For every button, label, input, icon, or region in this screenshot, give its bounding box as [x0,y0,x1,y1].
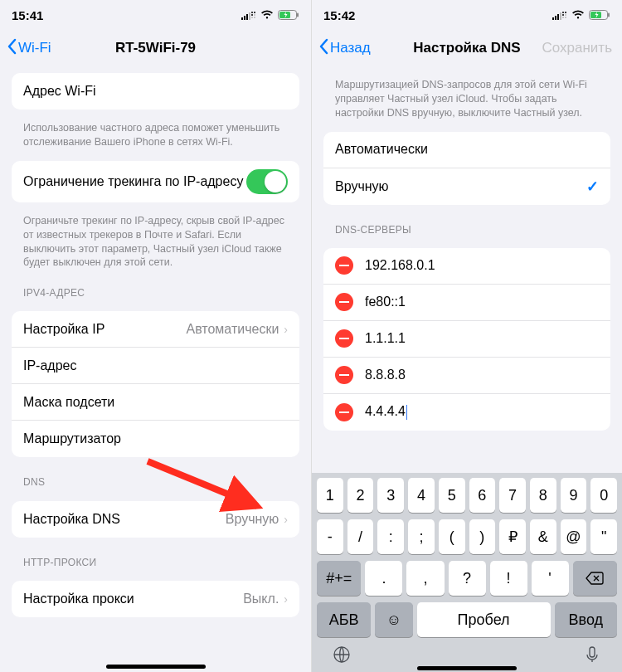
home-indicator [106,665,206,669]
battery-icon [278,10,299,20]
screenshot-left: 15:41 Wi-Fi RT-5WiFi-79 Адрес Wi-Fi Испо… [0,0,311,672]
dns-config-label: Настройка DNS [23,512,226,527]
dns-config-value: Вручную [226,512,279,527]
mode-manual-row[interactable]: Вручную ✓ [323,168,610,205]
key-([interactable]: ( [439,519,465,554]
ip-config-value: Автоматически [186,322,279,337]
svg-point-7 [254,14,255,16]
key-![interactable]: ! [490,561,527,596]
globe-icon[interactable] [331,644,352,665]
svg-point-21 [565,14,566,16]
key-@[interactable]: @ [561,519,587,554]
svg-point-9 [254,17,255,18]
key-backspace[interactable] [573,561,617,596]
key-:[interactable]: : [377,519,404,554]
svg-point-8 [251,17,253,18]
server-address[interactable]: 192.168.0.1 [365,258,599,273]
server-row[interactable]: 4.4.4.4 [323,394,610,431]
wifi-icon [571,10,585,20]
server-address[interactable]: fe80::1 [365,295,599,309]
ip-address-row[interactable]: IP-адрес [12,348,299,384]
key-2[interactable]: 2 [347,478,374,513]
key-0[interactable]: 0 [590,478,617,513]
key-?[interactable]: ? [449,561,486,596]
delete-button[interactable] [335,403,353,421]
chevron-right-icon: › [284,323,288,336]
key-6[interactable]: 6 [469,478,496,513]
key-9[interactable]: 9 [561,478,587,513]
ip-config-label: Настройка IP [23,322,186,337]
svg-point-23 [565,17,566,18]
key-;[interactable]: ; [408,519,435,554]
subnet-row[interactable]: Маска подсети [12,384,299,421]
svg-point-18 [562,12,564,13]
key-,[interactable]: , [406,561,444,596]
server-row[interactable]: fe80::1 [323,285,610,321]
emoji-icon: ☺ [386,611,401,629]
key-.[interactable]: . [365,561,402,596]
key-emoji[interactable]: ☺ [375,602,412,637]
proxy-header: HTTP-ПРОКСИ [0,544,311,574]
proxy-config-label: Настройка прокси [23,592,243,606]
tracking-toggle[interactable] [246,169,288,194]
dns-header: DNS [0,464,311,494]
wifi-address-label: Адрес Wi-Fi [23,84,288,99]
server-row[interactable]: 192.168.0.1 [323,248,610,285]
mic-icon[interactable] [581,644,603,665]
backspace-icon [586,572,604,585]
key-3[interactable]: 3 [377,478,404,513]
key-₽[interactable]: ₽ [499,519,526,554]
content-scroll[interactable]: Маршрутизацией DNS-запросов для этой сет… [312,66,622,456]
router-row[interactable]: Маршрутизатор [12,421,299,457]
back-button[interactable]: Wi-Fi [7,38,51,59]
tracking-label: Ограничение трекинга по IP-адресу [23,173,246,190]
proxy-config-row[interactable]: Настройка прокси Выкл. › [12,581,299,617]
router-label: Маршрутизатор [23,431,288,446]
delete-button[interactable] [335,293,353,311]
home-indicator [417,666,517,670]
delete-button[interactable] [335,256,353,275]
key-1[interactable]: 1 [317,478,343,513]
mode-auto-label: Автоматически [335,142,599,157]
save-button[interactable]: Сохранить [542,40,612,56]
server-row[interactable]: 8.8.8.8 [323,358,610,394]
key-7[interactable]: 7 [499,478,526,513]
svg-rect-14 [552,17,554,20]
server-address[interactable]: 8.8.8.8 [365,368,599,382]
svg-rect-16 [557,14,559,20]
key-&[interactable]: & [530,519,556,554]
svg-rect-2 [246,14,248,20]
svg-rect-12 [297,13,299,17]
key-space[interactable]: Пробел [417,602,551,637]
dns-config-row[interactable]: Настройка DNS Вручную › [12,501,299,538]
status-bar: 15:41 [0,0,311,30]
key-8[interactable]: 8 [530,478,556,513]
key-'[interactable]: ' [532,561,569,596]
server-address[interactable]: 1.1.1.1 [365,331,599,346]
mode-auto-row[interactable]: Автоматически [323,132,610,168]
key-symbols[interactable]: #+= [317,561,361,596]
key-5[interactable]: 5 [439,478,465,513]
key-/[interactable]: / [347,519,374,554]
server-row[interactable]: 1.1.1.1 [323,321,610,358]
server-address[interactable]: 4.4.4.4 [365,404,599,420]
wifi-address-row[interactable]: Адрес Wi-Fi [12,73,299,110]
key-4[interactable]: 4 [408,478,435,513]
dual-sim-icon [241,10,256,20]
key-)[interactable]: ) [469,519,496,554]
svg-rect-17 [560,12,561,20]
delete-button[interactable] [335,366,353,384]
key-"[interactable]: " [590,519,617,554]
key-abc[interactable]: АБВ [317,602,371,637]
key-enter[interactable]: Ввод [555,602,617,637]
tracking-row[interactable]: Ограничение трекинга по IP-адресу [12,161,299,202]
ipv4-header: IPV4-АДРЕС [0,275,311,304]
back-button[interactable]: Назад [318,38,371,59]
ip-config-row[interactable]: Настройка IP Автоматически › [12,311,299,348]
mode-manual-label: Вручную [335,179,586,194]
svg-rect-3 [249,12,250,20]
key--[interactable]: - [317,519,343,554]
content-scroll[interactable]: Адрес Wi-Fi Использование частного адрес… [0,66,311,672]
delete-button[interactable] [335,329,353,348]
back-label: Wi-Fi [18,40,51,56]
